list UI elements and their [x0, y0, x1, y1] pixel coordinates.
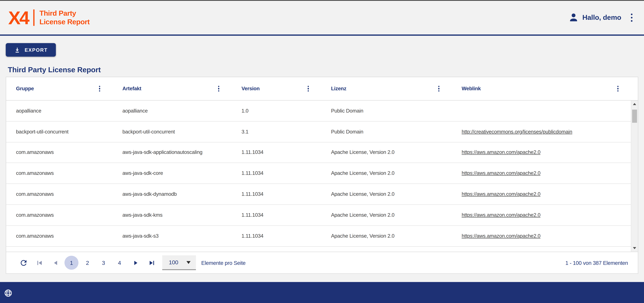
column-label: Artefakt [122, 86, 141, 91]
table-row: aopalliance aopalliance 1.0 Public Domai… [6, 101, 631, 121]
cell-version: 1.11.1034 [232, 226, 321, 246]
cell-lizenz: Public Domain [321, 101, 452, 121]
column-menu-icon[interactable] [305, 84, 311, 93]
cell-artefakt: aws-java-sdk-s3 [112, 226, 232, 246]
cell-weblink: https://aws.amazon.com/apache2.0 [452, 184, 631, 204]
cell-artefakt: aopalliance [112, 101, 232, 121]
column-header-weblink: Weblink [452, 77, 631, 100]
first-page-icon [36, 259, 43, 267]
range-label: 1 - 100 von 387 Elementen [565, 260, 628, 266]
column-label: Version [242, 86, 260, 91]
weblink[interactable]: https://aws.amazon.com/apache2.0 [462, 170, 540, 176]
table-row: backport-util-concurrent backport-util-c… [6, 121, 631, 142]
cell-gruppe: aopalliance [6, 101, 112, 121]
previous-page-icon [52, 259, 60, 267]
weblink[interactable]: https://aws.amazon.com/apache2.0 [462, 191, 540, 197]
brand-divider [33, 9, 34, 26]
page-button-2[interactable]: 2 [80, 256, 94, 270]
cell-version: 1.11.1034 [232, 142, 321, 163]
cell-gruppe: com.amazonaws [6, 226, 112, 246]
table-row: com.amazonaws aws-java-sdk-dynamodb 1.11… [6, 184, 631, 205]
cell-lizenz: Apache License, Version 2.0 [321, 142, 452, 163]
app-title: Third Party License Report [40, 9, 90, 26]
column-menu-icon[interactable] [96, 84, 103, 93]
brand: X4 Third Party License Report [8, 8, 90, 27]
scroll-down-icon[interactable] [633, 247, 636, 249]
cell-lizenz: Apache License, Version 2.0 [321, 226, 452, 246]
vertical-scrollbar[interactable] [631, 101, 638, 252]
user-area: Hallo, demo [568, 12, 635, 23]
cell-version: 1.0 [232, 101, 321, 121]
column-header-artefakt: Artefakt [112, 77, 232, 100]
scroll-up-icon[interactable] [633, 103, 636, 105]
cell-weblink [452, 101, 631, 121]
weblink[interactable]: http://creativecommons.org/licenses/publ… [462, 129, 572, 134]
column-menu-icon[interactable] [436, 84, 442, 93]
column-label: Gruppe [16, 86, 34, 91]
export-button[interactable]: EXPORT [6, 43, 56, 57]
cell-weblink: https://aws.amazon.com/apache2.0 [452, 142, 631, 163]
user-greeting: Hallo, demo [582, 13, 621, 22]
user-icon [568, 12, 578, 23]
cell-weblink: https://aws.amazon.com/apache2.0 [452, 205, 631, 225]
first-page-button[interactable] [32, 256, 46, 270]
cell-weblink: https://aws.amazon.com/apache2.0 [452, 163, 631, 184]
page-button-1[interactable]: 1 [64, 256, 78, 270]
page-button-4[interactable]: 4 [112, 256, 126, 270]
cell-artefakt: aws-java-sdk-applicationautoscaling [112, 142, 232, 163]
page-size-select[interactable]: 100 [162, 255, 196, 270]
export-label: EXPORT [25, 47, 48, 53]
cell-artefakt: backport-util-concurrent [112, 121, 232, 142]
cell-version: 1.11.1034 [232, 163, 321, 184]
column-header-version: Version [232, 77, 321, 100]
app-title-line2: License Report [40, 18, 90, 26]
pagination-bar: 1 2 3 4 [6, 252, 638, 273]
cell-gruppe: com.amazonaws [6, 163, 112, 184]
cell-gruppe: com.amazonaws [6, 142, 112, 163]
page-title: Third Party License Report [8, 66, 636, 74]
column-header-lizenz: Lizenz [321, 77, 452, 100]
chevron-down-icon [186, 261, 190, 264]
last-page-icon [148, 259, 156, 267]
download-icon [14, 47, 20, 53]
x4-logo: X4 [8, 8, 28, 27]
column-menu-icon[interactable] [615, 84, 621, 93]
column-menu-icon[interactable] [216, 84, 222, 93]
page-button-3[interactable]: 3 [96, 256, 110, 270]
last-page-button[interactable] [144, 256, 158, 270]
cell-version: 1.11.1034 [232, 205, 321, 225]
cell-gruppe: com.amazonaws [6, 184, 112, 204]
weblink[interactable]: https://aws.amazon.com/apache2.0 [462, 212, 540, 218]
table-row: com.amazonaws aws-java-sdk-s3 1.11.1034 … [6, 226, 631, 247]
app-header: X4 Third Party License Report Hallo, dem… [0, 1, 644, 36]
weblink[interactable]: https://aws.amazon.com/apache2.0 [462, 233, 540, 239]
refresh-button[interactable] [16, 256, 30, 270]
table-body: aopalliance aopalliance 1.0 Public Domai… [6, 101, 631, 252]
table-header-row: Gruppe Artefakt Version Lizenz Weblink [6, 77, 638, 101]
previous-page-button[interactable] [48, 256, 62, 270]
cell-lizenz: Apache License, Version 2.0 [321, 205, 452, 225]
cell-artefakt: aws-java-sdk-dynamodb [112, 184, 232, 204]
screen: X4 Third Party License Report Hallo, dem… [0, 0, 644, 303]
column-label: Lizenz [331, 86, 346, 91]
language-globe-icon[interactable] [4, 289, 13, 298]
license-table-card: Gruppe Artefakt Version Lizenz Weblink [6, 77, 638, 274]
column-header-gruppe: Gruppe [6, 77, 112, 100]
main-content: EXPORT Third Party License Report Gruppe… [0, 43, 644, 274]
user-menu-icon[interactable] [628, 12, 635, 23]
cell-lizenz: Apache License, Version 2.0 [321, 184, 452, 204]
cell-weblink: https://aws.amazon.com/apache2.0 [452, 226, 631, 246]
weblink[interactable]: https://aws.amazon.com/apache2.0 [462, 150, 540, 155]
scrollbar-thumb[interactable] [632, 110, 637, 123]
cell-gruppe: com.amazonaws [6, 205, 112, 225]
pager-controls: 1 2 3 4 [16, 256, 158, 270]
cell-version: 3.1 [232, 121, 321, 142]
cell-lizenz: Apache License, Version 2.0 [321, 163, 452, 184]
table-row: com.amazonaws aws-java-sdk-core 1.11.103… [6, 163, 631, 184]
cell-gruppe: backport-util-concurrent [6, 121, 112, 142]
next-page-button[interactable] [128, 256, 142, 270]
cell-artefakt: aws-java-sdk-kms [112, 205, 232, 225]
column-label: Weblink [462, 86, 481, 91]
cell-artefakt: aws-java-sdk-core [112, 163, 232, 184]
next-page-icon [132, 259, 140, 267]
